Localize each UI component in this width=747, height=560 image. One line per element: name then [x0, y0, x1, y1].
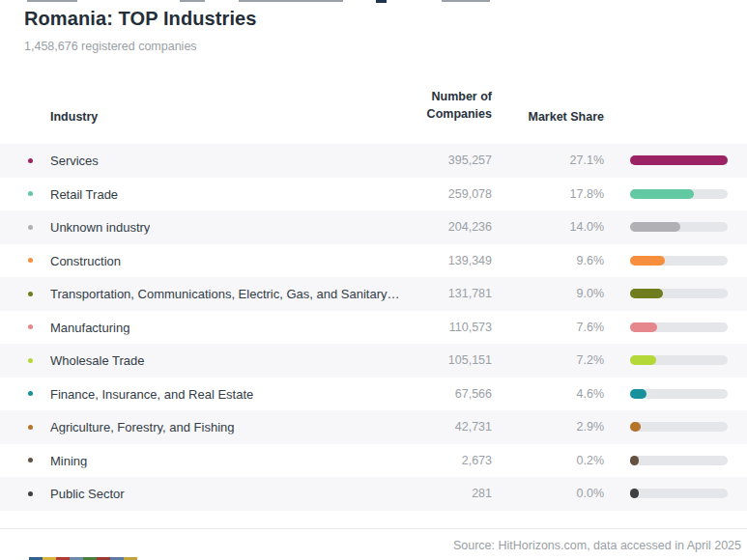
market-share-value: 7.2%: [577, 353, 605, 367]
companies-count: 259,078: [448, 187, 492, 201]
column-header-number-of-companies: Number of Companies: [415, 88, 492, 125]
source-attribution: Source: HitHorizons.com, data accessed i…: [453, 539, 741, 552]
companies-count: 67,566: [455, 387, 492, 401]
industry-color-dot: [28, 324, 33, 329]
market-share-bar-fill: [630, 256, 665, 266]
table-row: Unknown industry 204,236 14.0%: [0, 210, 747, 244]
market-share-value: 17.8%: [570, 187, 604, 201]
table-row: Wholesale Trade 105,151 7.2%: [0, 344, 747, 378]
market-share-bar-track: [630, 456, 728, 465]
cutoff-top-fragment: [239, 0, 343, 2]
industry-color-dot: [28, 258, 33, 263]
industry-color-dot: [28, 292, 33, 296]
market-share-bar-fill: [630, 355, 656, 365]
market-share-value: 0.0%: [577, 487, 605, 500]
market-share-bar-fill: [630, 456, 639, 465]
industry-name: Unknown industry: [50, 220, 150, 235]
companies-count: 42,731: [455, 420, 492, 434]
market-share-value: 9.0%: [577, 287, 605, 300]
market-share-value: 7.6%: [577, 321, 605, 334]
market-share-bar-fill: [630, 389, 646, 399]
industry-name: Public Sector: [50, 487, 125, 501]
market-share-value: 27.1%: [570, 154, 604, 167]
page-title: Romania: TOP Industries: [24, 8, 257, 30]
industry-name: Services: [50, 154, 99, 168]
companies-count: 131,781: [448, 287, 492, 300]
market-share-bar-track: [630, 222, 728, 232]
industry-table-body: Services 395,257 27.1% Retail Trade 259,…: [0, 144, 747, 511]
market-share-value: 14.0%: [570, 220, 604, 234]
market-share-bar-track: [630, 489, 728, 498]
market-share-value: 4.6%: [577, 387, 605, 401]
registered-companies-subtitle: 1,458,676 registered companies: [24, 40, 197, 53]
industry-color-dot: [28, 491, 33, 496]
market-share-bar-fill: [630, 322, 657, 332]
industry-color-dot: [28, 191, 33, 196]
market-share-bar-fill: [630, 155, 728, 165]
cutoff-top-fragment: [180, 0, 205, 2]
industry-name: Wholesale Trade: [50, 353, 145, 368]
market-share-bar-fill: [630, 222, 680, 232]
industry-name: Agriculture, Forestry, and Fishing: [50, 420, 235, 434]
market-share-bar-track: [630, 155, 728, 165]
column-header-industry: Industry: [50, 110, 98, 124]
market-share-bar-track: [630, 389, 728, 399]
companies-count: 139,349: [448, 254, 492, 267]
industry-name: Retail Trade: [50, 186, 118, 201]
market-share-bar-track: [630, 189, 728, 199]
companies-count: 2,673: [462, 454, 492, 467]
industry-color-dot: [28, 225, 33, 230]
market-share-value: 0.2%: [577, 454, 605, 467]
industry-name: Mining: [50, 453, 87, 467]
companies-count: 204,236: [448, 220, 492, 234]
market-share-value: 9.6%: [577, 254, 605, 267]
industry-color-dot: [28, 158, 33, 163]
cutoff-top-fragment: [27, 0, 77, 2]
market-share-bar-track: [630, 322, 728, 332]
market-share-bar-fill: [630, 289, 663, 298]
cutoff-top-fragment: [376, 0, 387, 3]
companies-count: 395,257: [448, 154, 492, 167]
market-share-bar-fill: [630, 489, 639, 498]
industry-color-dot: [28, 391, 33, 396]
companies-count: 281: [472, 487, 492, 500]
footer-divider: [0, 528, 747, 529]
industry-name: Finance, Insurance, and Real Estate: [50, 386, 253, 401]
column-header-market-share: Market Share: [528, 110, 604, 124]
table-row: Agriculture, Forestry, and Fishing 42,73…: [0, 410, 747, 444]
market-share-bar-track: [630, 355, 728, 365]
market-share-bar-track: [630, 289, 728, 298]
companies-count: 105,151: [448, 353, 492, 367]
market-share-value: 2.9%: [577, 420, 605, 434]
companies-count: 110,573: [449, 321, 492, 334]
market-share-bar-fill: [630, 422, 641, 432]
table-row: Manufacturing 110,573 7.6%: [0, 311, 747, 345]
industry-name: Transportation, Communications, Electric…: [50, 287, 400, 301]
market-share-bar-track: [630, 422, 728, 432]
table-row: Construction 139,349 9.6%: [0, 244, 747, 278]
industry-color-dot: [28, 358, 33, 363]
industry-name: Construction: [50, 253, 121, 267]
table-row: Finance, Insurance, and Real Estate 67,5…: [0, 378, 747, 411]
industry-color-dot: [28, 425, 33, 430]
cutoff-top-fragment: [442, 0, 490, 2]
market-share-bar-track: [630, 256, 728, 266]
table-row: Mining 2,673 0.2%: [0, 444, 747, 478]
table-row: Retail Trade 259,078 17.8%: [0, 178, 747, 211]
table-row: Transportation, Communications, Electric…: [0, 277, 747, 311]
table-header: Industry Number of Companies Market Shar…: [0, 85, 747, 126]
market-share-bar-fill: [630, 189, 694, 199]
industry-color-dot: [28, 458, 33, 462]
industry-name: Manufacturing: [50, 320, 129, 334]
table-row: Public Sector 281 0.0%: [0, 477, 747, 511]
table-row: Services 395,257 27.1%: [0, 144, 747, 178]
